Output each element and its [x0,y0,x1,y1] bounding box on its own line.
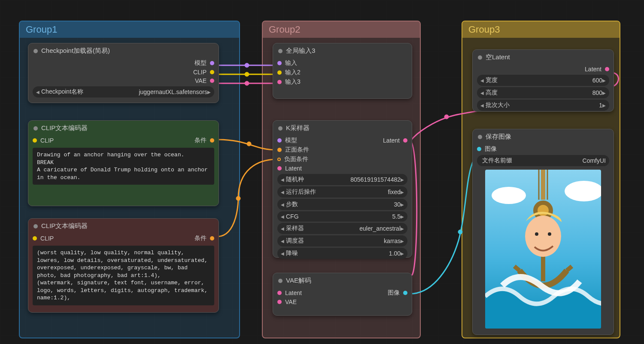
input-port-icon[interactable] [33,138,37,143]
seed-widget[interactable]: ◀随机种805619191574482▶ [277,174,407,185]
output-port-icon[interactable] [210,61,214,65]
chevron-right-icon[interactable]: ▶ [207,90,211,94]
chevron-left-icon[interactable]: ◀ [36,90,39,94]
prompt-textarea[interactable]: (worst quality, low quality, normal qual… [33,246,214,305]
collapse-dot-icon[interactable] [33,49,38,53]
svg-point-12 [548,232,551,236]
output-port-icon[interactable] [210,70,214,74]
output-image-preview[interactable] [485,170,601,329]
svg-point-3 [247,142,251,146]
node-header[interactable]: Checkpoint加载器(简易) [28,43,219,58]
chevron-right-icon[interactable]: ▶ [401,239,404,244]
node-title: 保存图像 [486,133,511,141]
sampler-widget[interactable]: ◀采样器euler_ancestral▶ [277,223,407,234]
svg-point-8 [565,181,601,201]
widget-value: fixed [316,189,401,195]
node-header[interactable]: 保存图像 [473,129,614,144]
widget-label: 高度 [486,89,498,97]
chevron-right-icon[interactable]: ▶ [401,226,404,231]
batch-widget[interactable]: ◀批次大小1▶ [477,100,609,111]
chevron-right-icon[interactable]: ▶ [401,202,404,207]
node-header[interactable]: CLIP文本编码器 [28,121,219,136]
chevron-left-icon[interactable]: ◀ [281,239,284,244]
output-port-icon[interactable] [605,67,609,71]
chevron-left-icon[interactable]: ◀ [480,103,484,108]
collapse-dot-icon[interactable] [478,55,482,60]
group-header[interactable]: Group1 [20,21,239,38]
output-port-icon[interactable] [403,291,407,295]
node-header[interactable]: K采样器 [273,121,412,136]
input-port-icon[interactable] [477,147,481,151]
port-label: 正面条件 [285,146,309,154]
input-port-icon[interactable] [277,70,282,75]
port-label: 条件 [194,234,207,242]
width-widget[interactable]: ◀宽度600▶ [477,75,609,86]
group-header[interactable]: Group3 [462,21,620,38]
chevron-right-icon[interactable]: ▶ [401,190,404,195]
collapse-dot-icon[interactable] [478,135,482,139]
chevron-right-icon[interactable]: ▶ [602,78,606,83]
chevron-right-icon[interactable]: ▶ [401,177,404,182]
node-header[interactable]: VAE解码 [273,273,412,288]
steps-widget[interactable]: ◀步数30▶ [277,199,407,210]
chevron-right-icon[interactable]: ▶ [602,103,606,108]
collapse-dot-icon[interactable] [278,279,283,283]
chevron-right-icon[interactable]: ▶ [401,214,404,219]
chevron-left-icon[interactable]: ◀ [281,202,284,207]
filename-prefix-widget[interactable]: 文件名前缀 ComfyUI [477,155,609,166]
input-port-icon[interactable] [33,236,37,240]
chevron-left-icon[interactable]: ◀ [281,190,284,195]
node-clip-negative[interactable]: CLIP文本编码器 CLIP 条件 (worst quality, low qu… [28,218,219,313]
collapse-dot-icon[interactable] [33,126,38,131]
node-save-image[interactable]: 保存图像 图像 文件名前缀 ComfyUI [472,129,614,335]
output-port-icon[interactable] [210,138,214,143]
after-widget[interactable]: ◀运行后操作fixed▶ [277,186,407,198]
widget-value: euler_ancestral [304,225,401,232]
input-port-icon[interactable] [277,291,282,295]
widget-label: 降噪 [286,250,298,257]
chevron-left-icon[interactable]: ◀ [281,177,284,182]
denoise-widget[interactable]: ◀降噪1.00▶ [277,248,407,259]
chevron-left-icon[interactable]: ◀ [281,251,284,256]
height-widget[interactable]: ◀高度800▶ [477,87,609,98]
input-port-icon[interactable] [277,166,282,170]
node-checkpoint-loader[interactable]: Checkpoint加载器(简易) 模型 CLIP VAE ◀ Checkpoi… [28,43,219,103]
output-port-icon[interactable] [210,236,214,240]
output-port-icon[interactable] [210,79,214,83]
input-port-icon[interactable] [277,61,282,65]
node-ksampler[interactable]: K采样器 模型 Latent 正面条件 负面条件 Latent ◀随机种8056… [273,120,412,258]
node-header[interactable]: 空Latent [473,50,614,65]
input-port-icon[interactable] [277,80,282,84]
node-vae-decode[interactable]: VAE解码 Latent 图像 VAE [273,273,412,316]
chevron-left-icon[interactable]: ◀ [281,226,284,231]
input-port-icon[interactable] [277,300,282,304]
input-port-icon[interactable] [277,148,282,152]
collapse-dot-icon[interactable] [278,49,283,53]
node-clip-positive[interactable]: CLIP文本编码器 CLIP 条件 Drawing of an anchor h… [28,120,219,206]
chevron-left-icon[interactable]: ◀ [281,214,284,219]
chevron-left-icon[interactable]: ◀ [480,78,484,83]
output-port-icon[interactable] [403,138,407,143]
scheduler-widget[interactable]: ◀调度器karras▶ [277,235,407,247]
chevron-right-icon[interactable]: ▶ [602,91,606,95]
input-port-icon[interactable] [277,138,282,143]
cfg-widget[interactable]: ◀CFG5.5▶ [277,211,407,222]
node-title: 空Latent [486,53,510,61]
chevron-right-icon[interactable]: ▶ [401,251,404,256]
node-header[interactable]: CLIP文本编码器 [28,219,219,234]
prompt-textarea[interactable]: Drawing of an anchor hanging over the oc… [33,148,214,185]
widget-label: 文件名前缀 [482,157,512,164]
input-port-icon[interactable] [277,158,281,161]
node-header[interactable]: 全局输入3 [273,43,412,58]
widget-label: 步数 [286,201,298,208]
chevron-left-icon[interactable]: ◀ [480,91,484,95]
node-title: K采样器 [286,124,310,132]
port-label: 条件 [194,137,207,144]
collapse-dot-icon[interactable] [33,224,38,228]
collapse-dot-icon[interactable] [278,126,283,131]
node-empty-latent[interactable]: 空Latent Latent ◀宽度600▶ ◀高度800▶ ◀批次大小1▶ [472,49,614,112]
checkpoint-name-widget[interactable]: ◀ Checkpoint名称 juggernautXL.safetensors … [33,86,214,97]
group-header[interactable]: Group2 [263,21,420,38]
port-label: 负面条件 [284,155,308,163]
node-global-input3[interactable]: 全局输入3 输入 输入2 输入3 [273,43,412,99]
